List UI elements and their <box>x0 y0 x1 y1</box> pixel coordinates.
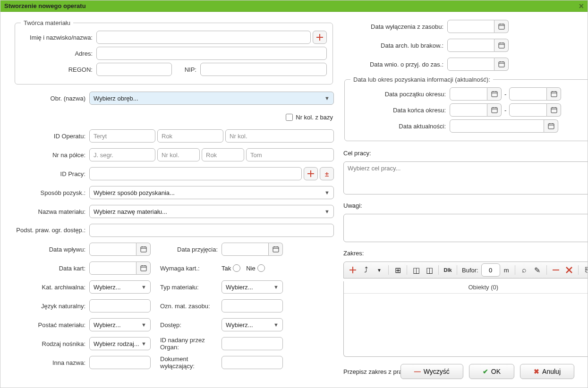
nrnapolce-jsegr-input[interactable] <box>89 148 155 161</box>
add-icon[interactable] <box>347 264 359 276</box>
idpracy-input[interactable] <box>89 167 302 180</box>
ok-button-label: OK <box>491 368 501 375</box>
calendar-icon[interactable] <box>136 261 151 275</box>
calendar-icon[interactable] <box>544 119 558 133</box>
add-idpracy-button[interactable] <box>304 167 318 180</box>
close-icon[interactable]: × <box>579 2 584 10</box>
radio-nie[interactable] <box>257 264 265 272</box>
label-bufor: Bufor: <box>462 267 478 274</box>
zoom-icon[interactable]: ⌕ <box>518 264 530 276</box>
calendar-icon[interactable] <box>494 39 509 52</box>
select-rect-icon[interactable]: ◫ <box>410 264 422 276</box>
nrnapolce-nrkol-input[interactable] <box>157 148 200 161</box>
label-nrkolzbazy: Nr kol. z bazy <box>296 114 333 121</box>
dropdown-icon[interactable]: ▼ <box>373 264 385 276</box>
zakres-toolbar: ⤴ ▼ ⊞ ◫ ◫ Dlk Bufor: m ⌕ ✎ ⎘ <box>343 261 588 278</box>
add-name-button[interactable] <box>313 31 327 44</box>
datakart-input[interactable] <box>89 261 136 275</box>
idoperatu-teryt-input[interactable] <box>89 129 155 143</box>
nrnapolce-rok-input[interactable] <box>202 148 244 161</box>
label-jezyk: Język naturalny: <box>14 303 89 310</box>
parcel-icon[interactable]: Dlk <box>442 264 454 276</box>
nazwamat-select[interactable]: Wybierz nazwę materiału... ▼ <box>89 205 334 218</box>
datawnio-input[interactable] <box>447 58 494 71</box>
idoperatu-nrkol-input[interactable] <box>225 129 334 143</box>
chevron-down-icon: ▼ <box>273 284 279 290</box>
nrkolzbazy-checkbox[interactable] <box>286 114 293 121</box>
regon-input[interactable] <box>96 63 172 76</box>
podstpraw-input[interactable] <box>89 224 334 237</box>
clear-button-label: Wyczyść <box>424 368 450 375</box>
label-wymagakart: Wymaga kart.: <box>151 265 222 272</box>
label-celpracy: Cel pracy: <box>343 150 588 157</box>
dataakt-input[interactable] <box>450 119 544 133</box>
datapoczatku2-input[interactable] <box>509 87 547 101</box>
calendar-icon[interactable] <box>494 20 509 33</box>
pointer-icon[interactable]: ⤴ <box>360 264 372 276</box>
table-icon[interactable]: ⊞ <box>392 264 404 276</box>
calendar-icon[interactable] <box>487 87 502 101</box>
minus-icon[interactable] <box>550 264 562 276</box>
calendar-icon[interactable] <box>269 243 283 256</box>
edit-icon[interactable]: ✎ <box>531 264 544 276</box>
label-dostep: Dostęp: <box>151 321 222 329</box>
label-dataakt: Data aktualności: <box>350 123 450 130</box>
calendar-icon[interactable] <box>136 243 151 256</box>
label-datakart: Data kart: <box>14 265 89 272</box>
calendar-icon[interactable] <box>547 87 561 101</box>
datakonca2-input[interactable] <box>509 103 547 117</box>
calendar-icon[interactable] <box>547 103 561 117</box>
nrnapolce-tom-input[interactable] <box>246 148 334 161</box>
chevron-down-icon: ▼ <box>324 209 330 214</box>
datawyl-input[interactable] <box>447 20 494 33</box>
label-regon: REGON: <box>21 66 96 73</box>
label-uwagi: Uwagi: <box>343 202 588 209</box>
ok-button[interactable]: ✔ OK <box>469 364 514 379</box>
jezyk-input[interactable] <box>89 299 151 312</box>
fieldset-dataokres: Data lub okres pozyskania informacji (ak… <box>344 76 588 141</box>
adres-input[interactable] <box>96 47 327 60</box>
dash-separator: - <box>504 107 506 114</box>
nip-input[interactable] <box>200 63 327 76</box>
cancel-button[interactable]: ✖ Anuluj <box>520 364 574 379</box>
innanazwa-input[interactable] <box>89 356 151 369</box>
label-idnadany: ID nadany przez Organ: <box>151 337 222 351</box>
calendar-icon[interactable] <box>494 58 509 71</box>
label-m: m <box>504 267 509 274</box>
bufor-input[interactable] <box>481 263 500 277</box>
celpracy-textarea[interactable] <box>343 161 588 194</box>
dataprzyjecia-input[interactable] <box>222 243 269 256</box>
dataarch-input[interactable] <box>447 39 494 52</box>
katarch-value: Wybierz... <box>94 284 121 291</box>
plusminus-idpracy-button[interactable]: ± <box>320 167 334 180</box>
datawplywu-input[interactable] <box>89 243 136 256</box>
datapoczatku1-input[interactable] <box>450 87 487 101</box>
legend-dataokres: Data lub okres pozyskania informacji (ak… <box>350 76 493 83</box>
legend-tworca: Twórca materiału <box>21 19 73 26</box>
postacmat-select[interactable]: Wybierz... ▼ <box>89 318 151 331</box>
calendar-icon[interactable] <box>487 103 502 117</box>
katarch-select[interactable]: Wybierz... ▼ <box>89 280 151 294</box>
rodzajnosn-select[interactable]: Wybierz rodzaj... ▼ <box>89 337 151 350</box>
radio-tak[interactable] <box>233 264 240 272</box>
uwagi-textarea[interactable] <box>343 214 588 242</box>
x-icon[interactable] <box>563 264 575 276</box>
chevron-down-icon: ▼ <box>141 284 146 290</box>
label-datapoczatku: Data początku okresu: <box>350 91 450 98</box>
clear-button[interactable]: — Wyczyść <box>401 364 463 379</box>
typmat-select[interactable]: Wybierz... ▼ <box>222 280 283 294</box>
sposob-select[interactable]: Wybierz sposób pozyskania... ▼ <box>89 186 334 199</box>
copy-icon[interactable]: ⎘ <box>581 264 588 276</box>
idoperatu-rok-input[interactable] <box>157 129 223 143</box>
imie-input[interactable] <box>96 31 311 44</box>
obr-select[interactable]: Wybierz obręb... ▼ <box>89 92 334 105</box>
zakres-panel[interactable]: Obiekty (0) <box>343 281 588 357</box>
datakonca1-input[interactable] <box>450 103 487 117</box>
dostep-select[interactable]: Wybierz... ▼ <box>222 318 283 331</box>
dostep-value: Wybierz... <box>226 321 253 329</box>
oznmat-input[interactable] <box>222 299 283 312</box>
select-rect2-icon[interactable]: ◫ <box>423 264 435 276</box>
dokwyl-input[interactable] <box>222 356 283 369</box>
svg-rect-2 <box>141 266 146 271</box>
idnadany-input[interactable] <box>222 337 283 350</box>
